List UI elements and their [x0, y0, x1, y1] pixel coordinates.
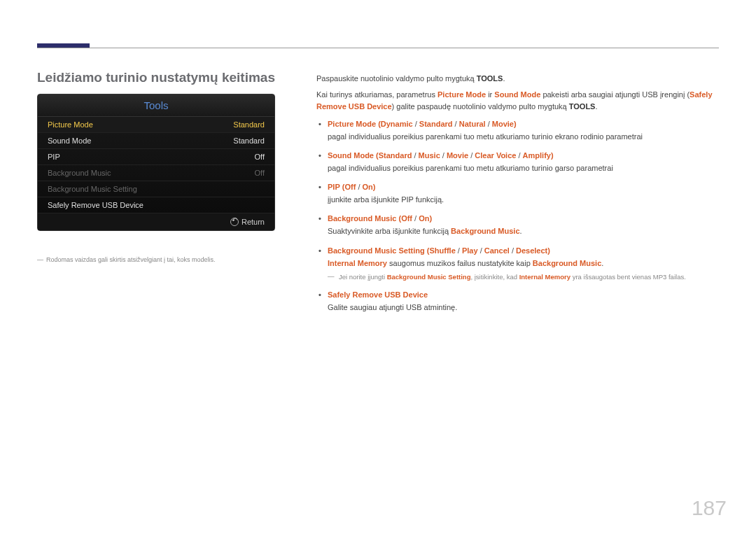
- tools-row-label: Background Music: [48, 169, 111, 177]
- option-sound-mode: Sound Mode (Standard / Music / Movie / C…: [316, 150, 719, 174]
- intro-paragraph-2: Kai turinys atkuriamas, parametrus Pictu…: [316, 89, 719, 113]
- tools-row-label: Background Music Setting: [48, 185, 137, 193]
- return-label[interactable]: Return: [241, 218, 265, 226]
- tools-row-value: Off: [255, 153, 265, 161]
- tools-row-label: PIP: [48, 153, 60, 161]
- tools-row-label: Picture Mode: [48, 120, 93, 129]
- note-text: Rodomas vaizdas gali skirtis atsižvelgia…: [46, 256, 216, 263]
- option-picture-mode: Picture Mode (Dynamic / Standard / Natur…: [316, 118, 719, 143]
- tools-row-value: Standard: [233, 136, 265, 145]
- mp3-note: Jei norite įjungti Background Music Sett…: [328, 272, 719, 283]
- option-pip: PIP (Off / On) įjunkite arba išjunkite P…: [316, 181, 719, 206]
- dash-icon: ―: [37, 256, 43, 263]
- option-safely-remove-usb: Safely Remove USB Device Galite saugiau …: [316, 289, 719, 314]
- right-column: Paspauskite nuotolinio valdymo pulto myg…: [316, 73, 719, 321]
- return-icon[interactable]: [230, 218, 239, 226]
- tools-row-label: Safely Remove USB Device: [48, 201, 144, 209]
- tools-panel-header: Tools: [38, 94, 274, 117]
- tools-row-background-music[interactable]: Background Music Off: [38, 165, 274, 181]
- option-desc: pagal individualius poreikius parenkami …: [328, 162, 719, 174]
- option-desc: įjunkite arba išjunkite PIP funkciją.: [328, 194, 719, 206]
- tools-row-pip[interactable]: PIP Off: [38, 149, 274, 165]
- tools-row-sound-mode[interactable]: Sound Mode Standard: [38, 133, 274, 149]
- left-column: Leidžiamo turinio nustatymų keitimas Too…: [37, 70, 286, 265]
- tools-row-background-music-setting[interactable]: Background Music Setting: [38, 181, 274, 197]
- option-desc: Galite saugiau atjungti USB atmintinę.: [328, 302, 719, 314]
- tools-row-value: Standard: [233, 120, 265, 129]
- tools-row-value: Off: [255, 169, 265, 177]
- section-title: Leidžiamo turinio nustatymų keitimas: [37, 70, 286, 85]
- page-number: 187: [692, 496, 727, 520]
- model-disclaimer-note: ―Rodomas vaizdas gali skirtis atsižvelgi…: [37, 255, 286, 265]
- option-desc: Suaktyvinkite arba išjunkite funkciją Ba…: [328, 225, 719, 237]
- tools-row-safely-remove-usb[interactable]: Safely Remove USB Device: [38, 197, 274, 213]
- tools-row-label: Sound Mode: [48, 136, 91, 145]
- tools-row-picture-mode[interactable]: Picture Mode Standard: [38, 117, 274, 133]
- option-desc: pagal individualius poreikius parenkami …: [328, 131, 719, 143]
- option-background-music-setting: Background Music Setting (Shuffle / Play…: [316, 245, 719, 283]
- tools-panel: Tools Picture Mode Standard Sound Mode S…: [37, 94, 275, 231]
- intro-paragraph-1: Paspauskite nuotolinio valdymo pulto myg…: [316, 73, 719, 85]
- options-list: Picture Mode (Dynamic / Standard / Natur…: [316, 118, 719, 314]
- option-background-music: Background Music (Off / On) Suaktyvinkit…: [316, 213, 719, 237]
- tools-panel-footer: Return: [38, 213, 274, 230]
- option-desc: Internal Memory saugomus muzikos failus …: [328, 258, 719, 269]
- header-rule: [37, 48, 719, 48]
